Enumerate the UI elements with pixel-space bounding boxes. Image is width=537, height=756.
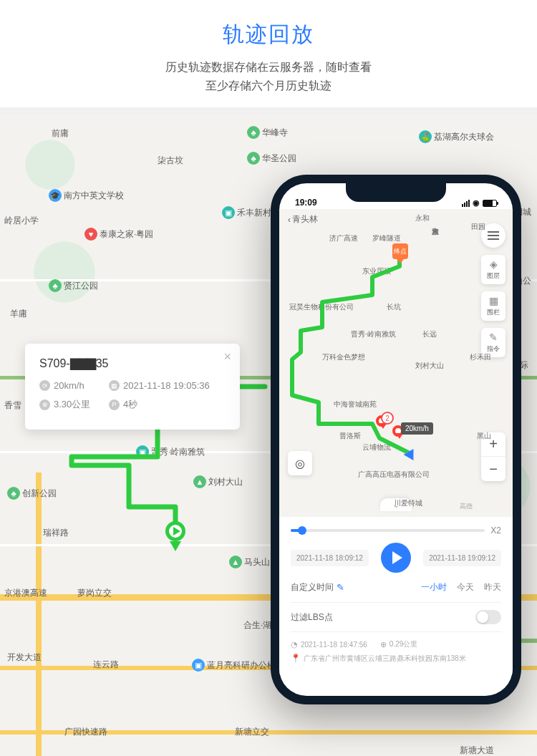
footer-distance: ⊕ 0.29公里 [380,639,417,649]
popup-speed: ⟳20km/h [39,380,100,391]
location-pin-icon: 📍 [291,654,301,663]
end-flag: 终点 [392,243,408,259]
lbs-filter-label: 过滤LBS点 [291,611,333,624]
distance-icon: ⊕ [39,399,50,410]
track-info-popup: × S709-▇▇▇35 ⟳20km/h ▦2021-11-18 19:05:3… [25,344,240,430]
feature-title: 轨迹回放 [0,20,537,49]
speed-multiplier[interactable]: X2 [490,525,501,536]
footer-address: 📍 广东省广州市黄埔区云埔三路鼎禾科技园东南138米 [291,654,501,664]
custom-time-button[interactable]: 自定义时间 ✎ [291,581,344,593]
phone-mock: 19:09 ◉ ‹ 青头林 ◈图层 ▦围栏 ✎指令 + − [271,175,521,704]
popup-datetime: ▦2021-11-18 19:05:36 [109,380,210,391]
speed-icon: ⟳ [39,380,50,391]
popup-duration: P4秒 [109,398,137,411]
wifi-icon: ◉ [473,198,480,208]
range-1h[interactable]: 一小时 [421,581,447,593]
feature-header: 轨迹回放 历史轨迹数据存储在云服务器，随时查看 至少存储六个月历史轨迹 [0,0,537,107]
marker-count: 2 [381,412,394,425]
status-time: 19:09 [295,198,317,208]
range-yesterday[interactable]: 昨天 [484,581,501,593]
odometer-icon: ⊕ [380,640,387,649]
parking-icon: P [109,399,120,410]
end-time-chip[interactable]: 2021-11-18 19:09:12 [423,550,501,566]
phone-map[interactable]: ‹ 青头林 ◈图层 ▦围栏 ✎指令 + − ◎ ⌄ 高德 济广高速 罗峰隧道 [279,209,513,517]
feature-desc-1: 历史轨迹数据存储在云服务器，随时查看 [0,58,537,77]
feature-desc-2: 至少存储六个月历史轨迹 [0,77,537,95]
play-marker-icon[interactable] [165,521,185,541]
lbs-filter-toggle[interactable] [475,610,501,624]
edit-icon: ✎ [337,582,344,593]
range-today[interactable]: 今天 [457,581,474,593]
battery-icon [483,200,497,207]
footer-timestamp: ◔ 2021-11-18 18:47:56 [291,639,367,649]
clock-icon: ◔ [291,640,298,649]
popup-distance: ⊕3.30公里 [39,398,100,411]
progress-slider[interactable] [291,529,485,532]
calendar-icon: ▦ [109,380,120,391]
speed-tooltip: 20km/h [401,422,433,435]
marker-pin-icon [170,541,181,551]
phone-notch [346,183,446,202]
close-icon[interactable]: × [223,349,231,364]
play-button[interactable] [381,543,411,573]
start-time-chip[interactable]: 2021-11-18 18:09:12 [291,550,369,566]
playback-panel: X2 2021-11-18 18:09:12 2021-11-18 19:09:… [279,517,513,675]
device-id: S709-▇▇▇35 [39,357,226,370]
signal-icon [462,200,470,207]
